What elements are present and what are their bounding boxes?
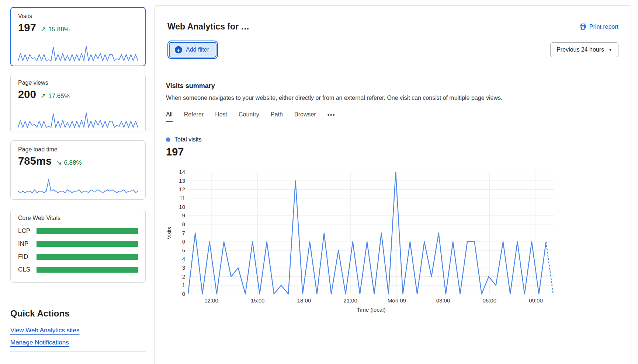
svg-text:2: 2 [182, 273, 185, 280]
legend-label: Total visits [174, 136, 202, 143]
metric-card-visits[interactable]: Visits197↗15.88% [10, 7, 146, 66]
svg-text:7: 7 [182, 230, 185, 236]
printer-icon [579, 23, 586, 30]
dimension-tabs: AllRefererHostCountryPathBrowser••• [166, 111, 620, 122]
svg-text:21:00: 21:00 [343, 297, 357, 304]
vital-bar-good [37, 254, 138, 260]
quick-action-link-0[interactable]: View Web Analytics sites [10, 327, 79, 334]
vital-label: FID [18, 253, 37, 260]
vital-row-inp: INP [18, 240, 138, 248]
quick-actions-links: View Web Analytics sitesManage Notificat… [10, 319, 146, 346]
page-title: Web Analytics for … [167, 22, 249, 32]
svg-text:5: 5 [182, 247, 185, 253]
metric-card-page-load-time[interactable]: Page load time785ms↘6.88% [10, 140, 146, 200]
chart-legend: Total visits [166, 136, 620, 143]
vital-label: INP [18, 240, 37, 248]
tab-all[interactable]: All [166, 111, 173, 122]
trend-percent: 17.65% [48, 92, 70, 100]
svg-text:14: 14 [179, 169, 185, 175]
main-panel: Web Analytics for … Print report + Add f… [155, 5, 631, 364]
svg-text:06:00: 06:00 [482, 297, 496, 304]
main-header: Web Analytics for … Print report + Add f… [155, 6, 631, 68]
vital-label: LCP [18, 227, 37, 235]
svg-text:Mon 09: Mon 09 [388, 297, 406, 304]
tab-browser[interactable]: Browser [294, 111, 316, 122]
visits-summary-section: Visits summary When someone navigates to… [155, 82, 631, 314]
print-report-label: Print report [589, 24, 618, 30]
visits-summary-title: Visits summary [166, 82, 620, 90]
quick-action-link-1[interactable]: Manage Notifications [10, 339, 69, 346]
metric-title: Page views [18, 80, 138, 86]
metric-trend: ↘6.88% [56, 158, 82, 167]
svg-text:8: 8 [182, 221, 185, 227]
core-web-vitals-title: Core Web Vitals [18, 215, 138, 221]
vital-row-fid: FID [18, 253, 138, 260]
metric-title: Page load time [18, 146, 138, 153]
metric-value: 197 [18, 22, 36, 34]
svg-text:1: 1 [182, 282, 185, 288]
sparkline-chart [18, 111, 138, 128]
svg-text:Visits: Visits [166, 227, 172, 239]
quick-actions-title: Quick Actions [10, 308, 146, 319]
vital-row-cls: CLS [18, 266, 138, 273]
vital-bar-good [37, 241, 138, 247]
legend-dot-icon [166, 137, 170, 142]
add-filter-button[interactable]: + Add filter [169, 42, 216, 57]
svg-text:18:00: 18:00 [297, 297, 311, 304]
tab-referer[interactable]: Referer [184, 111, 204, 122]
metric-value: 200 [18, 88, 36, 101]
svg-text:12: 12 [179, 186, 185, 192]
vitals-rows: LCPINPFIDCLS [18, 227, 138, 273]
trend-percent: 15.88% [48, 26, 70, 33]
vital-row-lcp: LCP [18, 227, 138, 235]
svg-text:12:00: 12:00 [204, 297, 218, 304]
add-filter-label: Add filter [186, 46, 209, 53]
time-range-dropdown[interactable]: Previous 24 hours ▼ [550, 42, 618, 57]
tab-country[interactable]: Country [239, 111, 259, 122]
core-web-vitals-card[interactable]: Core Web Vitals LCPINPFIDCLS [10, 209, 146, 283]
vital-bar-good [37, 267, 138, 273]
trend-percent: 6.88% [64, 159, 82, 167]
time-range-label: Previous 24 hours [556, 46, 604, 53]
svg-text:13: 13 [179, 178, 185, 184]
visits-line-chart: 12:0015:0018:0021:00Mon 0903:0006:0009:0… [166, 167, 620, 314]
sparkline-chart [18, 178, 138, 195]
metric-card-list: Visits197↗15.88%Page views200↗17.65%Page… [10, 7, 146, 200]
total-visits-value: 197 [166, 146, 620, 158]
svg-text:Time (local): Time (local) [357, 307, 386, 313]
svg-text:0: 0 [182, 291, 185, 297]
svg-text:6: 6 [182, 238, 185, 245]
svg-text:03:00: 03:00 [436, 297, 450, 304]
metric-trend: ↗17.65% [41, 92, 70, 100]
svg-text:3: 3 [182, 265, 185, 271]
metric-value: 785ms [18, 155, 52, 167]
svg-text:10: 10 [179, 204, 185, 210]
svg-text:11: 11 [179, 195, 185, 201]
metric-card-page-views[interactable]: Page views200↗17.65% [10, 74, 146, 133]
sparkline-chart [18, 45, 138, 62]
trend-up-icon: ↗ [41, 25, 46, 33]
tab-path[interactable]: Path [271, 111, 283, 122]
svg-text:09:00: 09:00 [529, 297, 543, 304]
metric-title: Visits [18, 13, 138, 20]
tab-host[interactable]: Host [215, 111, 227, 122]
svg-text:15:00: 15:00 [251, 297, 265, 304]
trend-up-icon: ↗ [41, 92, 46, 100]
sidebar-divider [10, 351, 146, 352]
sidebar: Visits197↗15.88%Page views200↗17.65%Page… [10, 7, 146, 352]
plus-icon: + [175, 46, 182, 53]
trend-down-icon: ↘ [56, 158, 62, 167]
vital-label: CLS [18, 266, 37, 273]
svg-text:4: 4 [182, 256, 185, 262]
chevron-down-icon: ▼ [608, 48, 612, 52]
visits-summary-description: When someone navigates to your website, … [166, 95, 620, 101]
print-report-link[interactable]: Print report [579, 23, 618, 30]
metric-trend: ↗15.88% [41, 25, 70, 33]
svg-text:9: 9 [182, 212, 185, 218]
tab-more[interactable]: ••• [327, 112, 336, 122]
quick-actions: Quick Actions View Web Analytics sitesMa… [10, 308, 146, 352]
vital-bar-good [37, 228, 138, 234]
